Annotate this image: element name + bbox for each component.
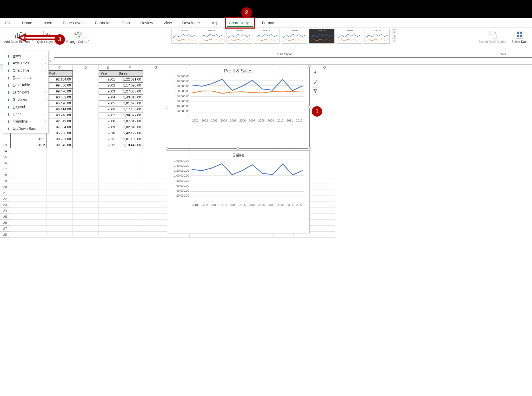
cell[interactable]	[143, 124, 169, 130]
cell[interactable]	[47, 220, 73, 226]
cell[interactable]	[99, 172, 117, 178]
cell[interactable]	[117, 160, 143, 166]
cell[interactable]	[47, 184, 73, 190]
row-header[interactable]: 15	[0, 154, 10, 160]
chart-styles-button[interactable]	[312, 78, 319, 85]
menu-item-error-bars[interactable]: ▮Error Bars›	[3, 89, 48, 96]
cell[interactable]	[10, 178, 47, 184]
cell[interactable]: 95,420.00	[47, 100, 73, 106]
menu-item-up-down-bars[interactable]: ▮Up/Down Bars›	[3, 125, 48, 132]
cell[interactable]	[99, 184, 117, 190]
row-header[interactable]	[0, 136, 10, 142]
cell[interactable]	[99, 208, 117, 214]
cell[interactable]	[314, 118, 335, 124]
row-header[interactable]: 26	[0, 220, 10, 226]
menu-item-trendline[interactable]: ▮Trendline›	[3, 118, 48, 125]
cell[interactable]	[117, 166, 143, 172]
cell[interactable]	[10, 154, 47, 160]
row-header[interactable]: 18	[0, 172, 10, 178]
cell[interactable]	[10, 232, 47, 238]
row-header[interactable]: 17	[0, 166, 10, 172]
cell[interactable]: 92,164.00	[47, 76, 73, 82]
tab-formulas[interactable]: Formulas	[94, 19, 113, 26]
cell[interactable]	[117, 148, 143, 154]
tab-format[interactable]: Format	[260, 19, 276, 26]
cell[interactable]: 2004	[99, 94, 117, 100]
cell[interactable]: Year	[99, 70, 117, 76]
cell[interactable]	[117, 208, 143, 214]
cell[interactable]	[314, 154, 335, 160]
row-header[interactable]: 24	[0, 208, 10, 214]
row-header[interactable]: 27	[0, 226, 10, 232]
cell[interactable]: 1,22,021.00	[117, 76, 143, 82]
cell[interactable]	[47, 172, 73, 178]
cell[interactable]	[143, 76, 169, 82]
cell[interactable]: Profit	[47, 70, 73, 76]
cell[interactable]	[99, 214, 117, 220]
style-scroll-button[interactable]: ▲	[392, 29, 396, 34]
cell[interactable]	[73, 214, 99, 220]
cell[interactable]: 99,560.00	[47, 82, 73, 88]
cell[interactable]	[73, 232, 99, 238]
menu-item-legend[interactable]: ▮Legend›	[3, 103, 48, 110]
cell[interactable]	[73, 70, 99, 76]
cell[interactable]	[73, 172, 99, 178]
cell[interactable]	[47, 166, 73, 172]
menu-item-axes[interactable]: ▮Axes›	[3, 52, 48, 59]
cell[interactable]	[143, 118, 169, 124]
cell[interactable]: 2008	[99, 118, 117, 124]
cell[interactable]: 1,42,179.00	[117, 130, 143, 136]
cell[interactable]	[314, 148, 335, 154]
cell[interactable]	[73, 106, 99, 112]
cell[interactable]	[73, 142, 99, 148]
tab-view[interactable]: View	[162, 19, 173, 26]
chart-style-thumb[interactable]: Chart Title	[282, 29, 307, 44]
style-scroll-button[interactable]: ▼	[392, 34, 396, 39]
chart-title[interactable]: Sales	[167, 151, 309, 159]
cell[interactable]	[47, 208, 73, 214]
cell[interactable]	[117, 220, 143, 226]
cell[interactable]	[10, 160, 47, 166]
chart-style-thumb[interactable]: Chart Title	[337, 29, 362, 44]
cell[interactable]	[314, 196, 335, 202]
row-header[interactable]: 20	[0, 184, 10, 190]
cell[interactable]: 2011	[99, 136, 117, 142]
chart-profit-sales[interactable]: Profit & Sales 1,60,000.001,40,000.001,2…	[167, 66, 310, 149]
switch-row-column-button[interactable]: Switch Row/ Column	[477, 29, 509, 45]
cell[interactable]	[10, 226, 47, 232]
cell[interactable]	[47, 190, 73, 196]
cell[interactable]	[117, 172, 143, 178]
cell[interactable]	[10, 196, 47, 202]
cell[interactable]	[10, 166, 47, 172]
cell[interactable]	[143, 88, 169, 94]
cell[interactable]: 1,18,449.00	[117, 142, 143, 148]
select-data-button[interactable]: Select Data	[510, 29, 529, 45]
cell[interactable]	[99, 202, 117, 208]
chart-style-thumb[interactable]: Chart Title	[171, 29, 197, 44]
cell[interactable]	[73, 76, 99, 82]
tab-home[interactable]: Home	[20, 19, 34, 26]
cell[interactable]	[10, 148, 47, 154]
cell[interactable]	[47, 202, 73, 208]
row-header[interactable]: 28	[0, 232, 10, 238]
cell[interactable]	[314, 226, 335, 232]
cell[interactable]	[143, 208, 169, 214]
cell[interactable]	[143, 112, 169, 118]
cell[interactable]	[10, 172, 47, 178]
cell[interactable]	[314, 208, 335, 214]
cell[interactable]: 2002	[99, 82, 117, 88]
chart-title[interactable]: Profit & Sales	[167, 66, 309, 75]
row-header[interactable]: 22	[0, 196, 10, 202]
cell[interactable]: 1,07,012.00	[117, 118, 143, 124]
cell[interactable]	[143, 148, 169, 154]
col-header[interactable]: D	[73, 65, 99, 70]
cell[interactable]	[73, 112, 99, 118]
cell[interactable]	[73, 220, 99, 226]
tab-help[interactable]: Help	[209, 19, 220, 26]
cell[interactable]	[314, 136, 335, 142]
cell[interactable]	[143, 106, 169, 112]
cell[interactable]: Sales	[117, 70, 143, 76]
chart-elements-button[interactable]: +	[312, 69, 319, 76]
chart-sales[interactable]: Sales 1,60,000.001,40,000.001,20,000.001…	[167, 150, 310, 233]
cell[interactable]	[73, 148, 99, 154]
